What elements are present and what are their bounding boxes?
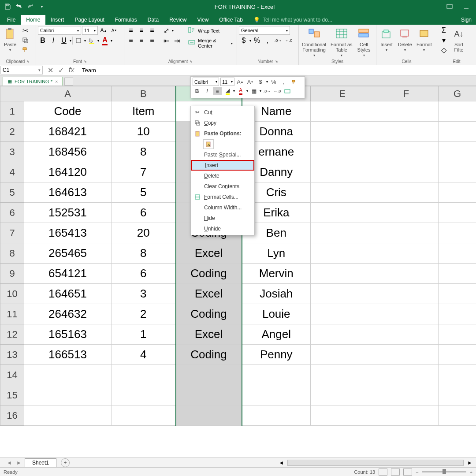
cell-C15[interactable] — [176, 385, 242, 405]
cell-B5[interactable]: 5 — [112, 182, 176, 203]
number-dialog-icon[interactable]: ⬊ — [275, 60, 278, 63]
mini-size-combo[interactable]: 11▾ — [220, 78, 234, 86]
cell-A7[interactable]: 165413 — [24, 223, 112, 243]
cell-E1[interactable] — [311, 101, 374, 122]
tab-data[interactable]: Data — [142, 15, 164, 25]
cell-G12[interactable] — [439, 324, 476, 345]
row-header-7[interactable]: 7 — [0, 223, 24, 243]
row-header-12[interactable]: 12 — [0, 324, 24, 345]
paste-default-icon[interactable]: A — [203, 139, 214, 149]
cell-G15[interactable] — [439, 385, 476, 405]
ctx-clear-contents[interactable]: Clear Contents — [191, 181, 254, 192]
cell-A11[interactable]: 264632 — [24, 304, 112, 324]
mini-font-color-icon[interactable]: A — [236, 87, 245, 95]
fill-color-icon[interactable] — [87, 36, 97, 45]
cell-B14[interactable] — [112, 365, 176, 385]
page-layout-view-icon[interactable] — [391, 469, 400, 476]
row-header-14[interactable]: 14 — [0, 365, 24, 385]
qat-customize-icon[interactable]: ▾ — [36, 1, 48, 12]
cell-B8[interactable]: 8 — [112, 243, 176, 264]
mini-border-icon[interactable]: ▦ — [249, 87, 258, 95]
autosum-icon[interactable]: Σ — [439, 26, 449, 35]
cell-B2[interactable]: 10 — [112, 122, 176, 142]
cell-E16[interactable] — [311, 405, 374, 426]
cell-B7[interactable]: 20 — [112, 223, 176, 243]
hscroll-right-icon[interactable]: ► — [467, 460, 472, 466]
copy-icon[interactable] — [20, 36, 30, 45]
cell-A14[interactable] — [24, 365, 112, 385]
select-all-corner[interactable] — [0, 86, 24, 101]
cell-F12[interactable] — [374, 324, 439, 345]
row-header-2[interactable]: 2 — [0, 122, 24, 142]
column-header-A[interactable]: A — [24, 86, 112, 101]
cell-E6[interactable] — [311, 203, 374, 223]
page-break-view-icon[interactable] — [403, 469, 412, 476]
tab-file[interactable]: File — [2, 15, 21, 25]
cell-F2[interactable] — [374, 122, 439, 142]
cell-F6[interactable] — [374, 203, 439, 223]
cell-B9[interactable]: 6 — [112, 264, 176, 284]
cell-A4[interactable]: 164120 — [24, 162, 112, 182]
ribbon-display-icon[interactable] — [442, 1, 457, 12]
cell-C11[interactable]: Coding — [176, 304, 242, 324]
ctx-unhide[interactable]: Unhide — [191, 223, 254, 234]
row-header-11[interactable]: 11 — [0, 304, 24, 324]
cell-B12[interactable]: 1 — [112, 324, 176, 345]
tab-insert[interactable]: Insert — [45, 15, 69, 25]
cell-A10[interactable]: 164651 — [24, 284, 112, 304]
cell-G5[interactable] — [439, 182, 476, 203]
comma-icon[interactable]: , — [263, 36, 272, 45]
increase-font-icon[interactable]: A▲ — [99, 26, 108, 35]
ctx-column-width[interactable]: Column Width... — [191, 202, 254, 213]
decrease-decimal-icon[interactable]: ←.0 — [284, 36, 294, 45]
row-header-5[interactable]: 5 — [0, 182, 24, 203]
mini-italic-icon[interactable]: I — [203, 87, 212, 95]
font-color-icon[interactable]: A — [100, 36, 110, 45]
cell-E5[interactable] — [311, 182, 374, 203]
cell-G4[interactable] — [439, 162, 476, 182]
tab-review[interactable]: Review — [164, 15, 192, 25]
align-middle-icon[interactable]: ≡ — [137, 26, 146, 35]
cell-A3[interactable]: 168456 — [24, 142, 112, 162]
cell-B10[interactable]: 3 — [112, 284, 176, 304]
delete-cells-button[interactable]: Delete▾ — [397, 26, 413, 53]
tab-formulas[interactable]: Formulas — [110, 15, 142, 25]
cell-F11[interactable] — [374, 304, 439, 324]
decrease-font-icon[interactable]: A▼ — [109, 26, 119, 35]
cell-A1[interactable]: Code — [24, 101, 112, 122]
clear-icon[interactable]: ◇ — [439, 45, 449, 54]
percent-icon[interactable]: % — [252, 36, 262, 45]
cell-B15[interactable] — [112, 385, 176, 405]
horizontal-scrollbar[interactable] — [287, 460, 464, 466]
mini-dec-decimal-icon[interactable]: ←.0 — [273, 87, 282, 95]
cell-E8[interactable] — [311, 243, 374, 264]
ctx-format-cells[interactable]: Format Cells... — [191, 192, 254, 202]
cell-C16[interactable] — [176, 405, 242, 426]
cell-A8[interactable]: 265465 — [24, 243, 112, 264]
mini-bold-icon[interactable]: B — [193, 87, 201, 95]
hscroll-left-icon[interactable]: ◄ — [279, 460, 284, 466]
font-size-combo[interactable]: 11▾ — [82, 26, 98, 35]
cell-G3[interactable] — [439, 142, 476, 162]
cell-C10[interactable]: Excel — [176, 284, 242, 304]
name-box[interactable]: C1▾ — [0, 66, 43, 74]
border-icon[interactable] — [74, 36, 83, 45]
cell-D10[interactable]: Josiah — [242, 284, 311, 304]
mini-font-combo[interactable]: Calibri▾ — [193, 78, 219, 86]
cell-E14[interactable] — [311, 365, 374, 385]
row-header-8[interactable]: 8 — [0, 243, 24, 264]
tab-home[interactable]: Home — [21, 15, 45, 25]
wrap-text-button[interactable]: Wrap Text — [186, 26, 235, 36]
mini-merge-icon[interactable] — [283, 87, 292, 95]
cell-E12[interactable] — [311, 324, 374, 345]
cell-C12[interactable]: Excel — [176, 324, 242, 345]
zoom-slider[interactable] — [422, 471, 466, 472]
sheet-nav-next-icon[interactable]: ► — [15, 460, 23, 466]
format-cells-button[interactable]: Format▾ — [415, 26, 433, 53]
fx-icon[interactable]: fx — [67, 66, 76, 74]
column-header-F[interactable]: F — [374, 86, 439, 101]
conditional-formatting-button[interactable]: Conditional Formatting▾ — [301, 26, 327, 58]
mini-percent-icon[interactable]: % — [269, 78, 278, 86]
tab-page-layout[interactable]: Page Layout — [69, 15, 109, 25]
cancel-formula-icon[interactable]: ✕ — [46, 66, 55, 74]
